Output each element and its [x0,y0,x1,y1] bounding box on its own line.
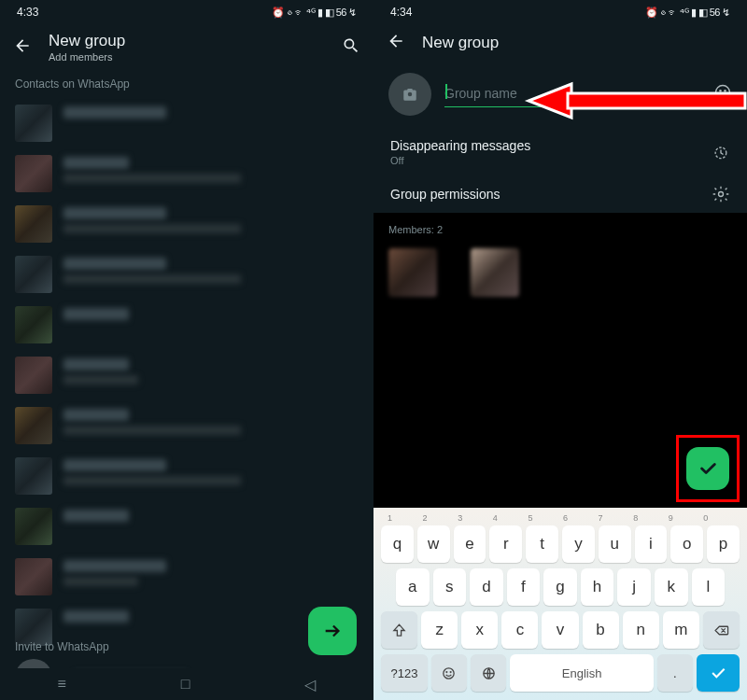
status-bar: 4:34 ⏰ ⊘ ᯤ ⁴ᴳ ▮ ◧ 56 ↯ [374,0,747,22]
page-title: New group [49,32,125,50]
header: New group [374,22,747,65]
kb-number-hints: 1234567890 [377,513,743,523]
status-bar: 4:33 ⏰ ⊘ ᯤ ⁴ᴳ ▮ ◧ 56 ↯ [0,0,374,22]
key-j[interactable]: j [617,568,651,606]
page-subtitle: Add members [49,51,125,63]
kb-row-1: q w e r t y u i o p [377,523,743,566]
key-x[interactable]: x [461,611,498,649]
group-name-row [374,65,747,129]
key-t[interactable]: t [526,525,558,563]
key-space[interactable]: English [510,654,653,692]
nav-home-icon[interactable]: □ [181,676,190,693]
emoji-icon[interactable] [713,83,732,105]
contacts-section-label: Contacts on WhatsApp [0,74,374,98]
key-y[interactable]: y [562,525,595,563]
key-enter[interactable] [697,654,740,692]
invite-label: Invite to WhatsApp [15,640,109,653]
contact-row[interactable] [0,199,374,249]
key-l[interactable]: l [692,568,726,606]
permissions-label: Group permissions [390,187,500,202]
key-period[interactable]: . [657,654,693,692]
svg-point-5 [444,667,454,678]
status-icons: ⏰ ⊘ ᯤ ⁴ᴳ ▮ ◧ 56 ↯ [645,7,730,19]
key-r[interactable]: r [489,525,522,563]
timer-icon [712,143,730,161]
contact-row[interactable] [0,148,374,199]
key-k[interactable]: k [655,568,688,606]
confirm-fab[interactable] [686,447,729,490]
contact-row[interactable] [0,501,374,552]
key-i[interactable]: i [635,525,668,563]
page-title: New group [422,34,499,52]
status-time: 4:33 [17,6,38,19]
key-m[interactable]: m [663,611,699,649]
kb-row-4: ?123 English . [377,651,743,694]
phone-left-new-group-add-members: 4:33 ⏰ ⊘ ᯤ ⁴ᴳ ▮ ◧ 56 ↯ New group Add mem… [0,0,374,700]
key-h[interactable]: h [581,568,614,606]
svg-point-1 [720,91,721,91]
contact-row[interactable] [0,98,374,148]
key-b[interactable]: b [583,611,619,649]
key-u[interactable]: u [599,525,631,563]
header-titles: New group [422,34,499,52]
kb-row-3: z x c v b n m [377,609,743,651]
key-f[interactable]: f [507,568,541,606]
svg-point-7 [451,671,452,672]
key-shift[interactable] [381,611,417,649]
soft-keyboard: 1234567890 q w e r t y u i o p a s d f g… [374,508,747,700]
key-s[interactable]: s [433,568,467,606]
contact-row[interactable] [0,400,374,451]
contact-row[interactable] [0,552,374,602]
status-time: 4:34 [390,6,412,19]
key-v[interactable]: v [542,611,578,649]
member-avatar[interactable] [388,248,437,297]
back-arrow-icon[interactable] [387,32,405,54]
svg-point-0 [716,86,730,100]
header: New group Add members [0,22,374,74]
contact-row[interactable] [0,350,374,400]
key-q[interactable]: q [381,525,414,563]
back-arrow-icon[interactable] [13,36,32,59]
contact-row[interactable] [0,451,374,501]
svg-point-2 [725,91,726,91]
key-o[interactable]: o [670,525,703,563]
next-fab[interactable] [308,607,357,655]
key-d[interactable]: d [470,568,503,606]
key-language[interactable] [471,654,506,692]
text-cursor [445,84,447,99]
members-count-label: Members: 2 [388,224,732,235]
nav-recent-icon[interactable]: ≡ [57,676,65,693]
key-a[interactable]: a [396,568,430,606]
group-photo-button[interactable] [388,73,431,116]
android-nav-bar: ≡ □ ◁ [0,668,374,700]
disappearing-label: Disappearing messages [390,138,530,153]
group-name-input-wrap[interactable] [444,82,700,107]
key-g[interactable]: g [543,568,577,606]
search-icon[interactable] [342,36,360,59]
members-panel: Members: 2 [374,213,747,508]
disappearing-value: Off [390,155,530,166]
key-symbols[interactable]: ?123 [381,654,428,692]
highlight-annotation-box [676,435,740,502]
key-p[interactable]: p [707,525,740,563]
member-avatar[interactable] [471,248,519,297]
key-w[interactable]: w [417,525,450,563]
disappearing-messages-row[interactable]: Disappearing messages Off [374,129,747,175]
phone-right-new-group-name: 4:34 ⏰ ⊘ ᯤ ⁴ᴳ ▮ ◧ 56 ↯ New group Disappe… [374,0,747,700]
status-icons: ⏰ ⊘ ᯤ ⁴ᴳ ▮ ◧ 56 ↯ [272,7,357,19]
key-c[interactable]: c [501,611,538,649]
key-n[interactable]: n [623,611,659,649]
key-emoji[interactable] [431,654,467,692]
header-titles: New group Add members [49,32,125,63]
members-avatars [388,248,732,297]
group-permissions-row[interactable]: Group permissions [374,175,747,213]
contact-row[interactable] [0,300,374,350]
nav-back-icon[interactable]: ◁ [304,676,316,693]
key-backspace[interactable] [703,611,740,649]
key-z[interactable]: z [421,611,458,649]
contact-row[interactable] [0,249,374,300]
group-name-input[interactable] [444,82,700,107]
kb-row-2: a s d f g h j k l [377,566,743,609]
key-e[interactable]: e [454,525,486,563]
svg-point-6 [446,671,447,672]
